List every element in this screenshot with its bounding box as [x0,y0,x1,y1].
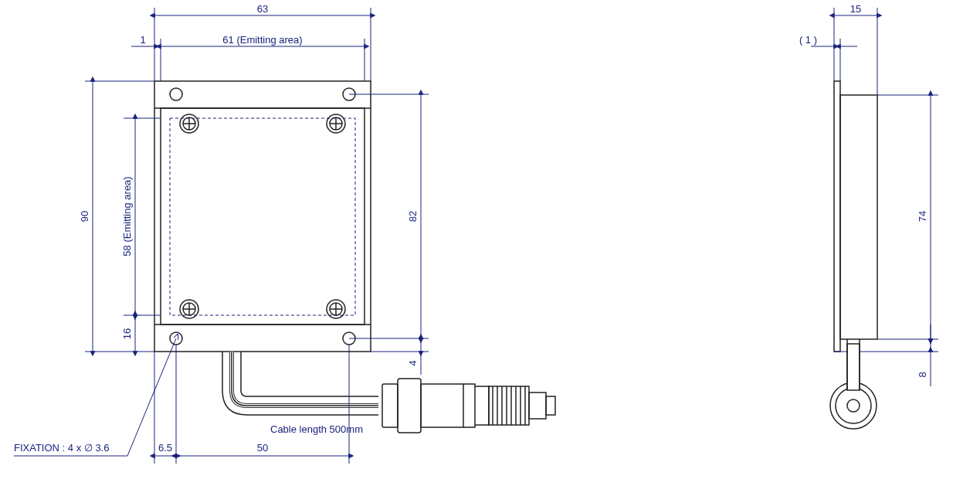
dim-height-overall: 90 [79,211,90,222]
face-screws [180,114,345,318]
dim-width-overall: 63 [257,3,268,15]
svg-rect-28 [489,386,529,425]
svg-rect-37 [529,393,546,419]
technical-drawing: 63 61 (Emitting area) 1 90 58 (Emitting … [0,0,980,503]
svg-rect-4 [170,118,355,315]
dim-side-thickness: 15 [850,3,861,15]
svg-point-83 [836,388,871,423]
svg-rect-0 [154,81,371,352]
dim-width-emitting: 61 (Emitting area) [222,34,302,46]
fixation-note: FIXATION : 4 x ∅ 3.6 [14,442,109,454]
svg-rect-27 [421,384,463,427]
svg-rect-85 [847,344,860,390]
svg-rect-68 [840,95,877,339]
dim-hole-offset-b: 4 [407,360,419,365]
cable-end-icon [830,339,877,429]
side-view: 15 ( 1 ) 74 8 [799,3,938,429]
svg-rect-25 [382,384,398,427]
svg-point-84 [847,399,860,412]
dim-height-emitting: 58 (Emitting area) [121,176,133,256]
dim-side-cable: 8 [917,372,928,377]
svg-rect-3 [161,108,365,325]
dim-hole-pitch-v: 82 [407,211,419,222]
svg-rect-67 [834,81,840,352]
dim-height-bottom: 16 [121,328,133,339]
front-view: 63 61 (Emitting area) 1 90 58 (Emitting … [14,3,555,464]
cable-length-note: Cable length 500mm [270,423,363,435]
svg-line-65 [127,338,176,456]
dim-hole-offset-l: 6.5 [158,442,172,454]
dim-width-offset: 1 [140,34,145,46]
svg-point-5 [170,88,182,100]
cable-connector [222,352,555,433]
svg-rect-26 [398,379,421,433]
svg-rect-38 [546,396,555,415]
dim-hole-pitch-h: 50 [257,442,268,454]
dim-side-body-h: 74 [917,211,928,222]
dim-front-plate: ( 1 ) [799,34,817,46]
